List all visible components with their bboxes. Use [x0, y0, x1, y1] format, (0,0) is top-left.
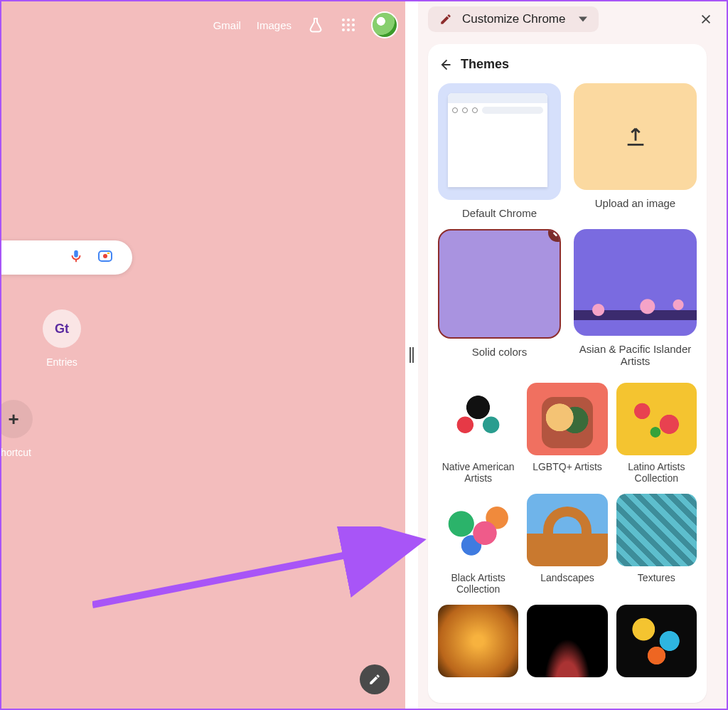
theme-solid-colors[interactable]: Solid colors — [438, 229, 561, 367]
theme-upload-image[interactable]: Upload an image — [574, 83, 697, 219]
apps-grid-icon[interactable] — [340, 16, 357, 33]
svg-point-1 — [347, 18, 350, 21]
svg-point-8 — [352, 28, 355, 31]
theme-latino[interactable]: Latino Artists Collection — [616, 383, 697, 484]
ntp-header: Gmail Images — [213, 13, 397, 37]
theme-thumb — [438, 83, 561, 200]
theme-thumb — [438, 229, 561, 339]
svg-point-4 — [347, 23, 350, 26]
pencil-icon — [439, 13, 452, 26]
theme-label: Textures — [638, 572, 675, 583]
images-link[interactable]: Images — [257, 19, 291, 31]
theme-label: Landscapes — [540, 572, 594, 583]
labs-flask-icon[interactable] — [307, 16, 324, 33]
primary-theme-grid: Default Chrome Upload an image Solid col… — [438, 83, 697, 367]
panel-header: Customize Chrome — [418, 0, 728, 38]
add-shortcut-label: shortcut — [0, 447, 31, 458]
profile-avatar[interactable] — [373, 13, 397, 37]
svg-point-3 — [342, 23, 345, 26]
panel-drag-handle[interactable] — [405, 0, 418, 710]
customize-panel: Customize Chrome Themes Default Chrome U — [418, 0, 728, 710]
lens-search-icon[interactable] — [97, 248, 114, 267]
theme-thumb — [616, 605, 697, 677]
theme-row-extra-2[interactable] — [527, 605, 607, 683]
svg-rect-11 — [107, 253, 109, 254]
theme-thumb — [527, 383, 607, 455]
customize-fab[interactable] — [360, 664, 390, 694]
voice-search-icon[interactable] — [68, 248, 84, 267]
themes-heading[interactable]: Themes — [438, 57, 697, 72]
theme-thumb — [438, 383, 518, 455]
svg-point-10 — [103, 254, 107, 258]
caret-down-icon — [579, 15, 587, 23]
back-arrow-icon[interactable] — [438, 58, 452, 72]
theme-native-american[interactable]: Native American Artists — [438, 383, 518, 484]
theme-label: Black Artists Collection — [451, 572, 505, 595]
panel-close-button[interactable] — [694, 7, 718, 31]
theme-thumb — [616, 383, 697, 455]
upload-icon — [623, 124, 648, 149]
theme-thumb — [527, 494, 607, 566]
theme-thumb — [574, 83, 697, 190]
theme-label: Default Chrome — [462, 207, 537, 219]
theme-label: LGBTQ+ Artists — [532, 461, 602, 472]
shortcut-label: Entries — [46, 356, 77, 368]
theme-label: Asian & Pacific Islander Artists — [579, 343, 692, 367]
pencil-icon — [368, 673, 381, 686]
selected-check-icon — [548, 229, 561, 242]
theme-thumb — [438, 494, 518, 566]
theme-lgbtq[interactable]: LGBTQ+ Artists — [527, 383, 607, 484]
theme-label: Latino Artists Collection — [628, 461, 685, 484]
theme-thumb — [574, 229, 697, 336]
panel-title-dropdown[interactable]: Customize Chrome — [428, 6, 599, 32]
add-shortcut-icon: + — [0, 400, 33, 438]
theme-thumb — [438, 605, 518, 677]
theme-default-chrome[interactable]: Default Chrome — [438, 83, 561, 219]
section-title-text: Themes — [461, 57, 509, 72]
svg-point-7 — [347, 28, 350, 31]
close-icon — [700, 13, 712, 26]
collection-theme-grid: Native American Artists LGBTQ+ Artists L… — [438, 383, 697, 683]
svg-point-2 — [352, 18, 355, 21]
themes-card: Themes Default Chrome Upload an image So… — [428, 44, 707, 703]
new-tab-page: Gmail Images Gt Entries + shortcut — [0, 0, 405, 710]
theme-label: Solid colors — [472, 346, 528, 358]
gmail-link[interactable]: Gmail — [213, 19, 241, 31]
theme-thumb — [616, 494, 697, 566]
panel-title-text: Customize Chrome — [462, 12, 566, 26]
search-bar[interactable] — [0, 240, 132, 275]
theme-row-extra-1[interactable] — [438, 605, 518, 683]
svg-point-6 — [342, 28, 345, 31]
shortcut-entries[interactable]: Gt Entries — [43, 309, 81, 368]
shortcut-tile-icon: Gt — [43, 309, 81, 348]
theme-label: Native American Artists — [442, 461, 515, 484]
add-shortcut[interactable]: + shortcut — [0, 400, 33, 458]
theme-black-artists[interactable]: Black Artists Collection — [438, 494, 518, 595]
svg-point-5 — [352, 23, 355, 26]
theme-textures[interactable]: Textures — [616, 494, 697, 595]
theme-label: Upload an image — [595, 197, 675, 209]
theme-row-extra-3[interactable] — [616, 605, 697, 683]
theme-landscapes[interactable]: Landscapes — [527, 494, 607, 595]
theme-asian-pacific[interactable]: Asian & Pacific Islander Artists — [574, 229, 697, 367]
theme-thumb — [527, 605, 607, 677]
svg-point-0 — [342, 18, 345, 21]
